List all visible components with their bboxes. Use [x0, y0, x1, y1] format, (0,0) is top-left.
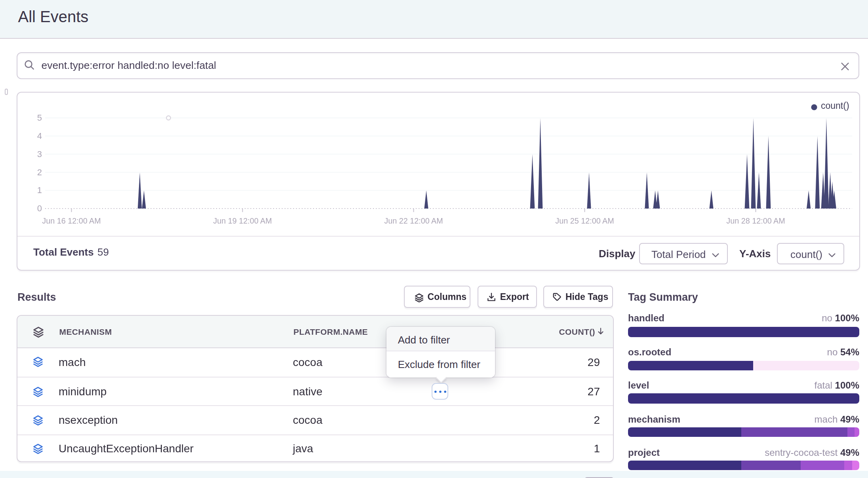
svg-text:0: 0	[37, 203, 42, 213]
svg-text:Jun 19 12:00 AM: Jun 19 12:00 AM	[213, 216, 272, 225]
svg-text:Jun 25 12:00 AM: Jun 25 12:00 AM	[556, 216, 614, 225]
svg-text:Jun 22 12:00 AM: Jun 22 12:00 AM	[385, 216, 443, 225]
svg-text:5: 5	[37, 112, 42, 122]
svg-text:3: 3	[37, 149, 42, 159]
svg-text:Jun 16 12:00 AM: Jun 16 12:00 AM	[42, 216, 101, 225]
svg-text:1: 1	[37, 185, 42, 195]
svg-text:2: 2	[37, 167, 42, 177]
svg-text:count(): count()	[821, 100, 850, 110]
svg-text:Jun 28 12:00 AM: Jun 28 12:00 AM	[727, 216, 785, 225]
svg-text:4: 4	[37, 131, 42, 140]
